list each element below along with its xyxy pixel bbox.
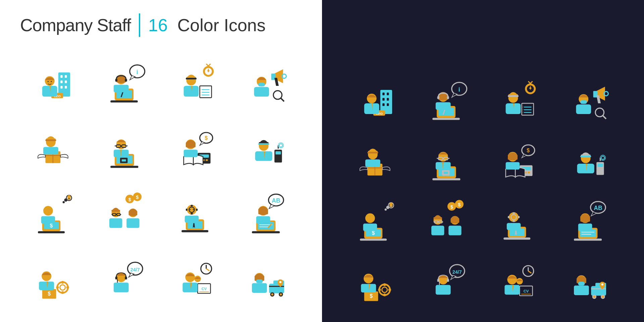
svg-line-201: [528, 81, 530, 83]
svg-point-122: [190, 209, 191, 210]
icon-driver-light: [234, 250, 302, 309]
svg-rect-3: [60, 80, 62, 83]
svg-text:$: $: [370, 293, 373, 299]
svg-point-88: [63, 201, 65, 203]
svg-rect-179: [382, 98, 384, 101]
svg-rect-294: [508, 216, 509, 218]
svg-text:$: $: [205, 135, 208, 141]
icon-consultant-light: $: [20, 184, 88, 243]
svg-rect-293: [513, 220, 515, 222]
svg-rect-96: [41, 216, 55, 223]
svg-rect-197: [437, 96, 439, 99]
svg-line-218: [603, 116, 606, 119]
icon-it-specialist-light: [92, 119, 160, 178]
svg-rect-132: [256, 216, 270, 223]
svg-point-340: [593, 296, 595, 298]
svg-rect-51: [43, 147, 58, 154]
svg-rect-1: [60, 75, 62, 78]
svg-rect-311: [388, 289, 391, 291]
icon-engineer-dark: ✓ ✓ ✓: [485, 74, 553, 127]
icon-investors-dark: $ $: [414, 195, 482, 248]
svg-point-172: [279, 281, 281, 283]
svg-rect-225: [365, 159, 380, 167]
svg-rect-83: [255, 151, 272, 161]
svg-rect-87: [258, 143, 269, 145]
svg-rect-323: [437, 279, 439, 282]
icon-support-dark: 24/7: [414, 255, 482, 309]
svg-text:✓: ✓: [200, 88, 202, 90]
icon-engineer-light: ✓ ✓ ✓: [163, 54, 231, 112]
svg-rect-150: [114, 282, 129, 292]
svg-rect-175: [256, 279, 263, 283]
svg-point-13: [51, 81, 52, 82]
svg-text:AB: AB: [594, 205, 602, 211]
svg-rect-110: [126, 218, 139, 228]
svg-rect-198: [447, 96, 449, 99]
icon-accountant-light: $: [163, 119, 231, 178]
svg-rect-45: [254, 87, 269, 97]
svg-rect-195: [436, 102, 451, 110]
header-subtitle-light: 16 Color Icons: [148, 15, 266, 35]
subtitle-icons: Icons: [224, 15, 265, 35]
svg-rect-261: [580, 156, 591, 157]
subtitle-color: Color: [177, 15, 219, 35]
icon-driver-dark: [556, 255, 624, 309]
svg-rect-144: [39, 281, 54, 290]
svg-rect-139: [56, 286, 59, 288]
svg-text:24/7: 24/7: [130, 267, 140, 272]
svg-rect-346: [578, 282, 585, 285]
svg-rect-308: [384, 283, 386, 286]
svg-rect-342: [591, 288, 606, 289]
svg-text:✓: ✓: [522, 111, 524, 113]
svg-rect-221: [580, 100, 587, 104]
svg-point-43: [273, 91, 282, 99]
svg-rect-185: [364, 103, 379, 114]
svg-rect-171: [269, 286, 284, 287]
svg-rect-253: [597, 164, 603, 167]
svg-point-170: [280, 293, 282, 295]
svg-rect-249: [528, 172, 530, 173]
svg-text:$: $: [450, 204, 453, 210]
icon-security-light: [234, 119, 302, 178]
svg-rect-193: [432, 118, 460, 120]
svg-line-202: [530, 81, 532, 83]
svg-text:24/7: 24/7: [452, 269, 462, 275]
svg-rect-295: [518, 216, 520, 218]
svg-line-27: [206, 64, 208, 66]
svg-rect-152: [115, 277, 117, 279]
svg-rect-177: [382, 93, 384, 95]
svg-text:i: i: [136, 68, 138, 75]
svg-rect-284: [448, 226, 461, 235]
svg-rect-115: [185, 215, 199, 222]
svg-rect-161: [183, 282, 198, 292]
svg-rect-303: [574, 238, 602, 240]
svg-marker-70: [200, 142, 205, 145]
svg-rect-315: [361, 284, 376, 292]
svg-rect-118: [191, 205, 193, 206]
svg-rect-324: [447, 279, 449, 282]
svg-rect-231: [432, 178, 460, 180]
icon-security-dark: [556, 134, 624, 188]
svg-point-169: [271, 293, 273, 295]
svg-rect-4: [65, 80, 67, 83]
svg-point-12: [48, 81, 49, 82]
svg-rect-23: [115, 79, 117, 82]
icon-courier-dark: [342, 134, 410, 188]
svg-rect-54: [46, 139, 56, 141]
svg-rect-119: [191, 213, 193, 214]
svg-text:$: $: [136, 195, 139, 200]
svg-point-262: [385, 209, 387, 211]
svg-line-44: [281, 98, 284, 101]
svg-rect-121: [196, 209, 198, 211]
svg-rect-102: [109, 218, 122, 228]
icon-content-writer-dark: AB: [556, 195, 624, 248]
svg-rect-250: [506, 162, 520, 169]
icon-investors-light: $ $: [92, 184, 160, 243]
svg-point-123: [193, 209, 194, 210]
icon-consultant-dark: $: [342, 195, 410, 248]
svg-rect-9: [42, 86, 57, 97]
svg-rect-257: [577, 164, 594, 173]
svg-rect-131: [252, 231, 280, 233]
svg-rect-228: [368, 152, 378, 154]
icons-grid-light: CEO i: [20, 54, 302, 309]
